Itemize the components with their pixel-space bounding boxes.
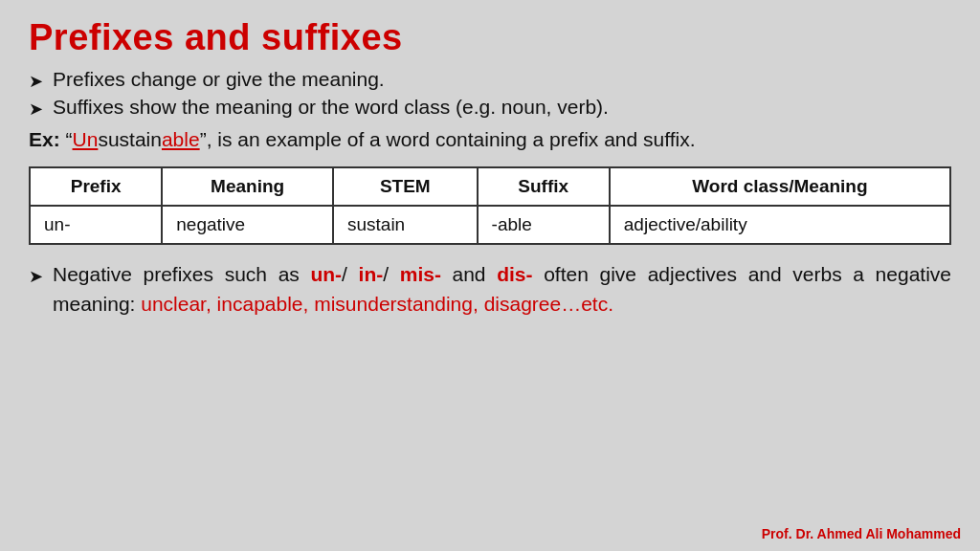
cell-suffix: -able	[478, 206, 610, 244]
prefix-in: in-	[347, 263, 383, 285]
and-text: and	[441, 263, 497, 285]
cell-stem: sustain	[333, 206, 478, 244]
footer-name: Prof. Dr. Ahmed Ali Mohammed	[762, 526, 961, 541]
cell-wordclass: adjective/ability	[610, 206, 950, 244]
col-header-stem: STEM	[333, 167, 478, 206]
ex-label: Ex:	[29, 128, 60, 150]
col-header-suffix: Suffix	[478, 167, 610, 206]
bottom-bullet-text: Negative prefixes such as un-/ in-/ mis-…	[53, 260, 951, 319]
bullet-list: Prefixes change or give the meaning. Suf…	[29, 68, 951, 120]
prefix-mis: mis-	[389, 263, 441, 285]
un-part: Un	[73, 128, 99, 150]
cell-meaning: negative	[162, 206, 333, 244]
bottom-bullet: Negative prefixes such as un-/ in-/ mis-…	[29, 260, 951, 319]
example-line: Ex: “Unsustainable”, is an example of a …	[29, 125, 951, 153]
word-table: Prefix Meaning STEM Suffix Word class/Me…	[29, 166, 951, 245]
example-rest: ”, is an example of a word containing a …	[200, 128, 696, 150]
page-title: Prefixes and suffixes	[29, 17, 951, 58]
col-header-wordclass: Word class/Meaning	[610, 167, 950, 206]
prefix-dis: dis-	[497, 263, 532, 285]
example-quote-open: “	[66, 128, 73, 150]
bullet-item-2: Suffixes show the meaning or the word cl…	[29, 96, 951, 120]
examples-text: unclear, incapable, misunderstanding, di…	[141, 293, 613, 315]
table-header-row: Prefix Meaning STEM Suffix Word class/Me…	[30, 167, 950, 206]
cell-prefix: un-	[30, 206, 162, 244]
middle-part: sustain	[98, 128, 162, 150]
text-before: Negative prefixes such as	[53, 263, 310, 285]
col-header-prefix: Prefix	[30, 167, 162, 206]
table-row: un- negative sustain -able adjective/abi…	[30, 206, 950, 244]
prefix-un: un-	[310, 263, 342, 285]
col-header-meaning: Meaning	[162, 167, 333, 206]
able-part: able	[162, 128, 200, 150]
bullet-item-1: Prefixes change or give the meaning.	[29, 68, 951, 92]
